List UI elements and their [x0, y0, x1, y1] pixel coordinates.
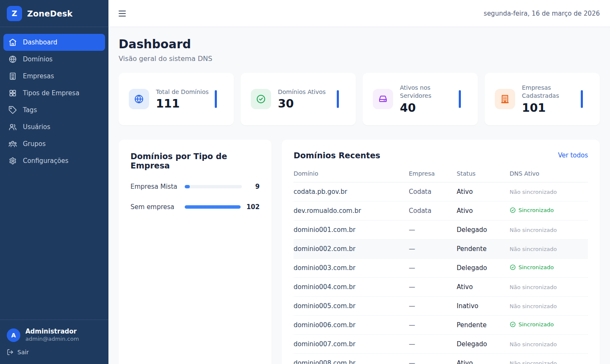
sidebar-item-label: Dashboard: [23, 39, 57, 46]
accent-bar: [215, 90, 217, 108]
sidebar-item-label: Grupos: [23, 140, 46, 148]
table-row[interactable]: dominio002.com.br — Pendente Não sincron…: [294, 240, 588, 259]
domain-cell[interactable]: dominio005.com.br: [294, 297, 409, 316]
building-icon: [8, 72, 17, 80]
stat-label: Domínios Ativos: [278, 88, 326, 97]
grid-icon: [8, 89, 17, 97]
domain-cell[interactable]: codata.pb.gov.br: [294, 182, 409, 201]
sidebar: Z ZoneDesk Dashboard Domínios Empresas T…: [0, 0, 108, 364]
company-cell: Codata: [409, 182, 457, 201]
app-root: Z ZoneDesk Dashboard Domínios Empresas T…: [0, 0, 610, 364]
stat-label: Empresas Cadastradas: [522, 84, 581, 101]
logout-button[interactable]: Sair: [7, 349, 102, 356]
column-header-dominio: Domínio: [294, 166, 409, 182]
not-synced-label: Não sincronizado: [510, 303, 557, 309]
bar-label: Sem empresa: [130, 203, 180, 211]
user-group-icon: [8, 140, 17, 148]
menu-toggle-button[interactable]: [119, 8, 130, 19]
stat-card-empresas-cadastradas: Empresas Cadastradas 101: [485, 73, 600, 125]
table-row[interactable]: dominio001.com.br — Delegado Não sincron…: [294, 221, 588, 240]
chart-card: Domínios por Tipo de Empresa Empresa Mis…: [119, 140, 272, 364]
table-row[interactable]: dominio007.com.br — Delegado Não sincron…: [294, 335, 588, 354]
sidebar-item-label: Configurações: [23, 157, 68, 165]
user-email: admin@admin.com: [25, 336, 79, 343]
panels-row: Domínios por Tipo de Empresa Empresa Mis…: [119, 140, 600, 364]
bar-track: [185, 185, 242, 188]
company-cell: Codata: [409, 201, 457, 221]
not-synced-label: Não sincronizado: [510, 189, 557, 195]
table-row[interactable]: dominio006.com.br — Pendente Sincronizad…: [294, 316, 588, 335]
table-row[interactable]: dev.romualdo.com.br Codata Ativo Sincron…: [294, 201, 588, 221]
stat-value: 111: [156, 97, 209, 110]
domain-cell[interactable]: dev.romualdo.com.br: [294, 201, 409, 221]
bar-label: Empresa Mista: [130, 183, 180, 190]
see-all-link[interactable]: Ver todos: [558, 152, 588, 159]
sidebar-item-dominios[interactable]: Domínios: [3, 51, 105, 68]
table-row[interactable]: dominio005.com.br — Inativo Não sincroni…: [294, 297, 588, 316]
tag-icon: [8, 106, 17, 114]
domain-cell[interactable]: dominio004.com.br: [294, 278, 409, 297]
stat-card-total-dominios: Total de Domínios 111: [119, 73, 234, 125]
table-row[interactable]: dominio004.com.br — Ativo Não sincroniza…: [294, 278, 588, 297]
dns-cell: Não sincronizado: [510, 240, 588, 259]
chart-bar-row: Empresa Mista 9: [130, 183, 260, 190]
stat-value: 30: [278, 97, 326, 110]
not-synced-label: Não sincronizado: [510, 284, 557, 290]
sidebar-item-configuracoes[interactable]: Configurações: [3, 152, 105, 169]
hamburger-icon: [119, 11, 126, 11]
column-header-dns-ativo: DNS Ativo: [510, 166, 588, 182]
avatar: A: [7, 328, 20, 342]
bar-track: [185, 205, 241, 209]
sidebar-item-empresas[interactable]: Empresas: [3, 68, 105, 85]
user-section: A Administrador admin@admin.com Sair: [0, 320, 108, 364]
sidebar-item-tags[interactable]: Tags: [3, 102, 105, 119]
accent-bar: [581, 90, 583, 108]
domain-cell[interactable]: dominio007.com.br: [294, 335, 409, 354]
column-header-empresa: Empresa: [409, 166, 457, 182]
table-row[interactable]: dominio003.com.br — Delegado Sincronizad…: [294, 259, 588, 278]
status-cell: Inativo: [457, 297, 510, 316]
sidebar-item-label: Empresas: [23, 72, 54, 80]
status-cell: Delegado: [457, 259, 510, 278]
globe-icon: [8, 55, 17, 63]
sidebar-item-label: Tipos de Empresa: [23, 89, 79, 97]
sidebar-item-grupos[interactable]: Grupos: [3, 135, 105, 152]
domain-cell[interactable]: dominio003.com.br: [294, 259, 409, 278]
sidebar-item-dashboard[interactable]: Dashboard: [3, 34, 105, 51]
table-row[interactable]: codata.pb.gov.br Codata Ativo Não sincro…: [294, 182, 588, 201]
logout-icon: [7, 349, 14, 356]
table-row[interactable]: dominio008.com.br — Ativo Não sincroniza…: [294, 354, 588, 364]
app-logo: Z: [7, 6, 22, 21]
company-cell: —: [409, 316, 457, 335]
dns-cell: Não sincronizado: [510, 335, 588, 354]
stat-value: 40: [400, 101, 459, 114]
dns-cell: Sincronizado: [510, 259, 588, 278]
logout-label: Sair: [17, 349, 29, 356]
not-synced-label: Não sincronizado: [510, 227, 557, 233]
sidebar-nav: Dashboard Domínios Empresas Tipos de Emp…: [0, 27, 108, 320]
dns-cell: Não sincronizado: [510, 354, 588, 364]
domain-cell[interactable]: dominio008.com.br: [294, 354, 409, 364]
stat-value: 101: [522, 101, 581, 114]
app-name: ZoneDesk: [27, 9, 72, 18]
chart-title: Domínios por Tipo de Empresa: [130, 152, 260, 170]
domain-cell[interactable]: dominio006.com.br: [294, 316, 409, 335]
synced-badge: Sincronizado: [510, 264, 554, 270]
table-title: Domínios Recentes: [294, 151, 380, 160]
stat-label: Total de Domínios: [156, 88, 209, 97]
not-synced-label: Não sincronizado: [510, 360, 557, 364]
hard-drive-icon: [373, 89, 393, 109]
building-icon: [495, 89, 515, 109]
brand: Z ZoneDesk: [0, 0, 108, 27]
check-circle-icon: [510, 264, 516, 270]
page-subtitle: Visão geral do sistema DNS: [119, 55, 600, 63]
page-content: Dashboard Visão geral do sistema DNS Tot…: [108, 27, 610, 364]
domain-cell[interactable]: dominio001.com.br: [294, 221, 409, 240]
domain-cell[interactable]: dominio002.com.br: [294, 240, 409, 259]
accent-bar: [459, 90, 461, 108]
dns-cell: Não sincronizado: [510, 297, 588, 316]
not-synced-label: Não sincronizado: [510, 246, 557, 252]
synced-badge: Sincronizado: [510, 207, 554, 213]
sidebar-item-usuarios[interactable]: Usuários: [3, 119, 105, 135]
sidebar-item-tipos-de-empresa[interactable]: Tipos de Empresa: [3, 85, 105, 102]
